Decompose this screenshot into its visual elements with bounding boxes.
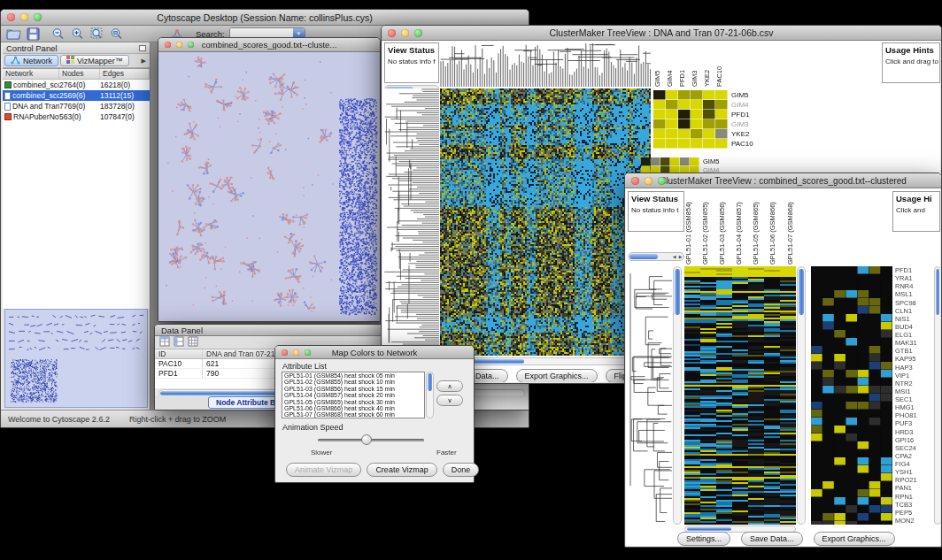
network-row[interactable]: combined_sco2569(6)13112(15): [3, 90, 150, 101]
select-attributes-icon[interactable]: [174, 334, 184, 350]
gene-label[interactable]: GIM3: [731, 119, 776, 129]
zoom-out-icon[interactable]: [50, 27, 66, 41]
attribute-item[interactable]: GPL51-02 (GSM855) heat shock 10 min: [284, 379, 424, 385]
dialog-button[interactable]: Done: [443, 463, 480, 477]
cytoscape-titlebar[interactable]: Cytoscape Desktop (Session Name: collins…: [1, 10, 529, 26]
matrix-icon[interactable]: [188, 334, 198, 350]
gene-label[interactable]: YKE2: [731, 129, 776, 139]
gene-label[interactable]: VIP1: [895, 372, 934, 380]
gene-label[interactable]: PAC10: [731, 139, 776, 149]
minimize-button[interactable]: [645, 177, 652, 185]
close-button[interactable]: [7, 13, 15, 21]
gene-label[interactable]: GIM5: [703, 157, 744, 166]
gene-label[interactable]: HMG1: [895, 403, 934, 411]
open-folder-icon[interactable]: [6, 27, 21, 41]
gene-label[interactable]: GIM5: [731, 90, 776, 100]
gene-label[interactable]: GPI16: [895, 436, 934, 444]
network-overview-canvas[interactable]: [5, 310, 147, 405]
gene-label[interactable]: ELG1: [895, 331, 934, 339]
zoom-heatmap-canvas[interactable]: [811, 266, 892, 525]
gene-label[interactable]: PAN1: [895, 484, 934, 492]
attribute-table-icon[interactable]: [159, 334, 170, 350]
gene-label[interactable]: PFD1: [895, 266, 934, 274]
tab-network[interactable]: Network: [4, 55, 58, 66]
col-nodes[interactable]: Nodes: [59, 69, 100, 79]
gene-label[interactable]: NTR2: [895, 380, 934, 387]
float-panel-icon[interactable]: [139, 45, 146, 51]
treeview-button[interactable]: Export Graphics...: [814, 532, 895, 546]
maximize-button[interactable]: [305, 349, 311, 356]
network-overview-panel[interactable]: [4, 309, 148, 408]
heatmap-vscrollbar[interactable]: [797, 266, 806, 525]
attribute-item[interactable]: GPL51-03 (GSM856) heat shock 15 min: [284, 386, 424, 392]
gene-label[interactable]: HAP3: [895, 364, 934, 372]
network-row[interactable]: RNAPuberNov2563(0)107847(0): [3, 111, 150, 122]
network-graph-canvas[interactable]: [158, 52, 380, 321]
close-button[interactable]: [282, 349, 288, 356]
attribute-list-scrollbar[interactable]: [426, 372, 434, 418]
dialog-button[interactable]: Animate Vizmap: [286, 463, 361, 477]
move-up-button[interactable]: ∧: [436, 380, 463, 392]
col-id[interactable]: ID: [155, 349, 203, 358]
treeview-button[interactable]: Settings...: [677, 532, 730, 546]
global-heatmap-canvas[interactable]: [440, 88, 651, 356]
gene-label[interactable]: NIS1: [895, 315, 934, 323]
minimize-button[interactable]: [20, 13, 28, 21]
gene-label[interactable]: RPO21: [895, 476, 934, 484]
tab-overflow-icon[interactable]: ▶: [142, 58, 148, 65]
maximize-button[interactable]: [414, 29, 422, 37]
save-icon[interactable]: [26, 27, 41, 41]
network-row[interactable]: DNA and Tran 077769(0)183728(0): [3, 101, 150, 111]
maximize-button[interactable]: [34, 13, 42, 21]
treeview-button[interactable]: Save Data...: [741, 532, 803, 546]
zoom-fit-icon[interactable]: [89, 27, 104, 41]
maximize-button[interactable]: [658, 177, 666, 185]
scroll-right-icon[interactable]: ▶: [677, 253, 683, 260]
gene-label[interactable]: HRD3: [895, 428, 934, 436]
attribute-list[interactable]: GPL51-01 (GSM854) heat shock 05 minGPL51…: [282, 372, 425, 418]
gene-label[interactable]: GTB1: [895, 347, 934, 355]
gene-dendrogram-canvas[interactable]: [384, 88, 439, 356]
dialog-titlebar[interactable]: Map Colors to Network: [275, 346, 474, 359]
gene-label[interactable]: KAP95: [895, 355, 934, 363]
gene-label[interactable]: YSH1: [895, 468, 934, 476]
network-row[interactable]: combined_scores2764(0)16218(0): [3, 80, 150, 90]
dialog-button[interactable]: Create Vizmap: [367, 463, 436, 477]
maximize-button[interactable]: [188, 42, 194, 48]
gene-label[interactable]: GIM4: [731, 100, 776, 110]
gene-label[interactable]: BUD4: [895, 323, 934, 331]
gene-label[interactable]: SEC1: [895, 395, 934, 403]
gene-label[interactable]: CPA2: [895, 452, 934, 460]
zoom-selected-icon[interactable]: [109, 27, 124, 41]
minimize-button[interactable]: [401, 29, 409, 37]
tab-vizmapper[interactable]: VizMapper™: [60, 55, 129, 66]
close-button[interactable]: [388, 29, 396, 37]
col-network[interactable]: Network: [3, 69, 59, 79]
gene-label[interactable]: SPC98: [895, 299, 934, 307]
gene-label[interactable]: MSL1: [895, 290, 934, 298]
gene-label[interactable]: MAK31: [895, 339, 934, 347]
gene-label[interactable]: PUF3: [895, 419, 934, 427]
zoom-in-icon[interactable]: [70, 27, 85, 41]
gene-label[interactable]: PHO81: [895, 411, 934, 419]
scroll-left-icon[interactable]: ◀: [671, 253, 677, 260]
gene-label[interactable]: SEC24: [895, 444, 934, 452]
minimize-button[interactable]: [293, 349, 299, 356]
gene-label[interactable]: RPN1: [895, 493, 934, 501]
treeview-button[interactable]: Export Graphics...: [516, 369, 598, 382]
move-down-button[interactable]: ∨: [436, 395, 463, 406]
gene-dendrogram-canvas[interactable]: [628, 266, 672, 525]
animation-speed-slider[interactable]: [318, 433, 424, 446]
gene-label[interactable]: RNR4: [895, 282, 934, 290]
slider-thumb[interactable]: [361, 434, 372, 445]
network-view-titlebar[interactable]: combined_scores_good.txt--cluste...: [158, 38, 380, 52]
gene-label[interactable]: TCB3: [895, 501, 934, 509]
minimize-button[interactable]: [176, 42, 182, 48]
treeview1-titlebar[interactable]: ClusterMaker TreeView : DNA and Tran 07-…: [382, 26, 941, 41]
attribute-item[interactable]: GPL51-04 (GSM857) heat shock 20 min: [284, 392, 424, 398]
col-edges[interactable]: Edges: [100, 69, 150, 79]
close-button[interactable]: [165, 42, 171, 48]
dendrogram-vscrollbar[interactable]: [673, 266, 682, 525]
global-heatmap-canvas[interactable]: [684, 266, 796, 525]
attribute-item[interactable]: GPL51-01 (GSM854) heat shock 05 min: [284, 372, 424, 379]
